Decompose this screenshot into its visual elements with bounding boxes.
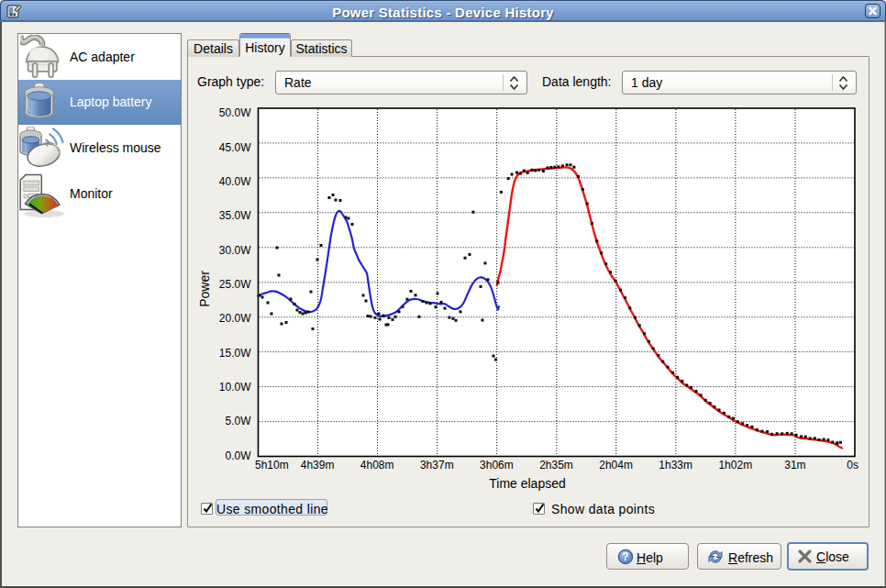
svg-text:?: ?: [622, 550, 628, 563]
